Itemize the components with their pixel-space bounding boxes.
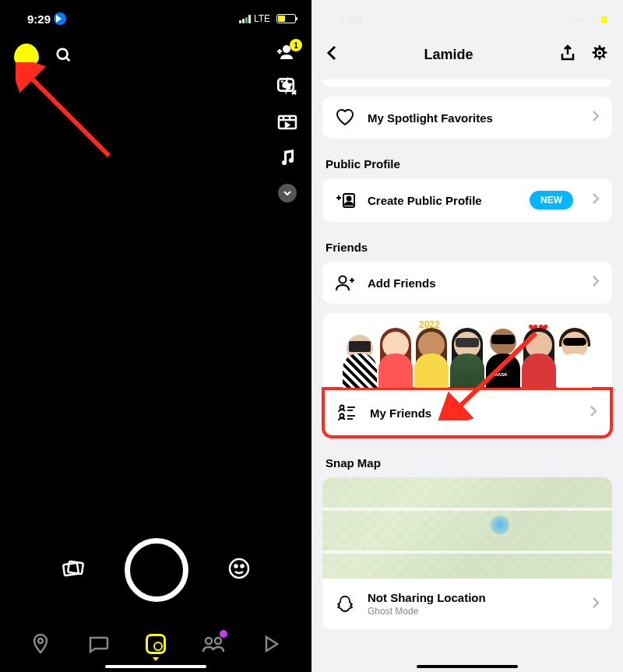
chevron-right-icon	[592, 192, 600, 208]
camera-screen: 9:29 LTE 1	[0, 0, 312, 672]
home-indicator	[417, 665, 518, 668]
public-profile-heading: Public Profile	[322, 146, 612, 178]
share-button[interactable]	[559, 44, 576, 65]
add-friends-label: Add Friends	[368, 276, 579, 290]
my-friends-row[interactable]: My Friends	[322, 388, 612, 438]
memories-button[interactable]	[61, 558, 86, 582]
top-left-controls	[14, 44, 75, 67]
camera-top-bar: 1	[0, 34, 312, 107]
friends-avatars-preview: 2022 MASK ❤❤	[322, 313, 612, 388]
bottom-nav	[0, 632, 312, 656]
status-bar: 9:29 LTE	[0, 0, 312, 34]
profile-screen: 7:03 ••• ≡ Lamide My Spotlight Favorites	[312, 0, 623, 672]
chevron-right-icon	[592, 596, 600, 612]
status-time: 9:29	[27, 12, 66, 26]
my-friends-label: My Friends	[370, 406, 577, 420]
location-sublabel: Ghost Mode	[368, 606, 579, 617]
spotlight-tab[interactable]	[259, 632, 283, 656]
map-tab[interactable]	[28, 632, 53, 656]
profile-header: Lamide	[312, 34, 623, 76]
svg-point-19	[206, 638, 212, 644]
svg-point-0	[58, 49, 68, 59]
home-indicator	[105, 665, 206, 668]
svg-point-18	[38, 639, 43, 643]
time-label: 9:29	[27, 12, 51, 26]
notification-dot	[220, 630, 227, 638]
back-button[interactable]	[326, 45, 338, 64]
snap-map-card[interactable]: Not Sharing Location Ghost Mode	[322, 477, 612, 629]
status-bar: 7:03 ••• ≡	[312, 0, 623, 34]
add-profile-icon	[335, 192, 355, 209]
music-button[interactable]	[279, 148, 296, 170]
svg-point-15	[230, 559, 248, 578]
profile-avatar-button[interactable]	[14, 44, 39, 67]
shutter-button[interactable]	[125, 538, 188, 602]
camera-side-toolbar	[277, 75, 297, 202]
heart-icon	[335, 109, 355, 126]
add-friend-button[interactable]: 1	[274, 44, 297, 62]
time-label: 7:03	[339, 13, 362, 26]
svg-point-24	[347, 197, 351, 201]
profile-title: Lamide	[424, 47, 473, 63]
location-arrow-icon	[54, 12, 66, 25]
battery-icon	[276, 14, 296, 23]
camera-bottom-controls	[0, 538, 312, 602]
stories-tab[interactable]	[201, 632, 226, 656]
svg-point-28	[340, 406, 344, 410]
spotlight-favorites-label: My Spotlight Favorites	[368, 111, 579, 125]
chevron-right-icon	[592, 275, 600, 290]
create-public-profile-row[interactable]: Create Public Profile NEW	[322, 178, 612, 222]
add-friend-icon	[335, 274, 355, 291]
more-tools-button[interactable]	[278, 184, 297, 202]
video-button[interactable]	[277, 114, 297, 134]
svg-line-1	[66, 58, 70, 62]
new-badge: NEW	[530, 191, 573, 209]
svg-point-17	[241, 565, 244, 568]
search-button[interactable]	[53, 44, 75, 66]
map-preview	[322, 477, 612, 579]
location-label: Not Sharing Location	[368, 591, 579, 604]
network-label: LTE	[254, 13, 270, 24]
flash-button[interactable]	[278, 75, 297, 100]
create-public-profile-label: Create Public Profile	[368, 194, 517, 207]
add-friends-row[interactable]: Add Friends	[322, 262, 612, 304]
friends-list-icon	[337, 404, 357, 421]
snap-map-heading: Snap Map	[322, 445, 612, 477]
camera-tab[interactable]	[143, 632, 168, 656]
status-right: LTE	[239, 13, 296, 24]
friends-heading: Friends	[322, 230, 612, 262]
svg-point-20	[215, 638, 221, 644]
notification-badge: 1	[290, 39, 302, 51]
chevron-right-icon	[592, 110, 600, 125]
svg-point-31	[340, 414, 344, 418]
spotlight-favorites-row[interactable]: My Spotlight Favorites	[322, 97, 612, 139]
svg-point-16	[235, 565, 238, 568]
ghost-icon	[335, 595, 355, 614]
signal-icon	[239, 15, 251, 23]
settings-button[interactable]	[590, 44, 609, 65]
recording-indicator-icon	[601, 16, 607, 23]
chevron-right-icon	[590, 405, 597, 420]
chat-tab[interactable]	[86, 632, 111, 656]
lenses-button[interactable]	[227, 557, 251, 583]
svg-point-25	[340, 276, 347, 283]
